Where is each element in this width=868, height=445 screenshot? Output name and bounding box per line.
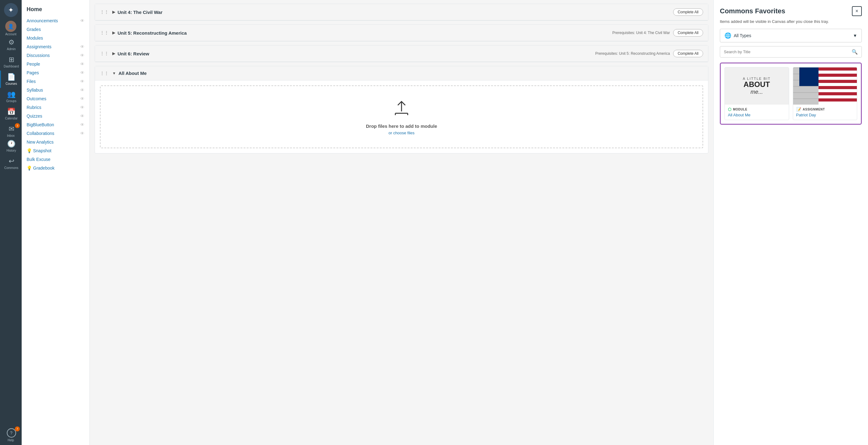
unit5-prereq: Prerequisites: Unit 4: The Civil War <box>613 31 670 35</box>
assignments-eye-icon[interactable]: 👁 <box>80 44 85 49</box>
globe-icon: 🌐 <box>724 32 731 39</box>
sidebar-link-announcements[interactable]: Announcements 👁 <box>22 17 89 25</box>
commons-icon: ↩ <box>9 157 14 165</box>
module-all-about-me-header: ⋮⋮ ▼ All About Me <box>95 66 708 81</box>
sidebar-item-admin[interactable]: ⚙ Admin <box>0 36 22 53</box>
app-logo[interactable]: ✦ <box>4 3 18 17</box>
calendar-label: Calendar <box>5 117 18 120</box>
card-all-about-me-name[interactable]: All About Me <box>728 113 786 117</box>
admin-label: Admin <box>7 47 16 51</box>
unit5-drag-handle[interactable]: ⋮⋮ <box>100 30 108 35</box>
type-selector[interactable]: 🌐 All Types ▼ <box>720 29 862 42</box>
snapshot-bulb-icon: 💡 <box>27 148 32 153</box>
module-unit4-right: Complete All <box>673 8 703 16</box>
sidebar-link-pages[interactable]: Pages 👁 <box>22 68 89 77</box>
panel-subtitle: Items added will be visible in Canvas af… <box>720 19 862 24</box>
sidebar-link-bigbluebutton[interactable]: BigBlueButton 👁 <box>22 120 89 129</box>
card-all-about-me-type-label: MODULE <box>733 108 747 111</box>
unit4-arrow-icon[interactable]: ▶ <box>112 10 115 14</box>
all-about-me-drag-handle[interactable]: ⋮⋮ <box>100 71 108 76</box>
syllabus-label: Syllabus <box>27 88 43 92</box>
sidebar-link-collaborations[interactable]: Collaborations 👁 <box>22 129 89 138</box>
sidebar-link-new-analytics[interactable]: New Analytics <box>22 138 89 146</box>
card-patriot-day[interactable]: 📝 ASSIGNMENT Patriot Day <box>793 67 858 120</box>
card-patriot-day-type-label: ASSIGNMENT <box>803 108 825 111</box>
card-all-about-me[interactable]: A LITTLE BIT ABOUT me... ⬡ MODULE All Ab… <box>724 67 789 120</box>
unit5-arrow-icon[interactable]: ▶ <box>112 31 115 35</box>
rubrics-eye-icon[interactable]: 👁 <box>80 105 85 110</box>
choose-files-link[interactable]: or choose files <box>389 130 414 135</box>
type-selector-left: 🌐 All Types <box>724 32 751 39</box>
announcements-label: Announcements <box>27 18 58 23</box>
nav-help-wrapper[interactable]: ? 7 Help <box>0 426 22 442</box>
outcomes-eye-icon[interactable]: 👁 <box>80 96 85 101</box>
nav-inbox-wrapper[interactable]: ✉ 3 Inbox <box>0 123 22 138</box>
sidebar-item-groups[interactable]: 👥 Groups <box>0 88 22 105</box>
unit6-drag-handle[interactable]: ⋮⋮ <box>100 51 108 56</box>
all-about-me-arrow-icon[interactable]: ▼ <box>112 71 116 76</box>
sidebar-item-calendar[interactable]: 📅 Calendar <box>0 105 22 123</box>
unit6-prereq: Prerequisites: Unit 5: Reconstructing Am… <box>595 51 670 56</box>
history-icon: 🕐 <box>7 140 16 148</box>
cards-grid: A LITTLE BIT ABOUT me... ⬡ MODULE All Ab… <box>720 62 862 125</box>
card-patriot-day-name[interactable]: Patriot Day <box>796 113 854 117</box>
bigbluebutton-eye-icon[interactable]: 👁 <box>80 122 85 127</box>
sidebar-item-dashboard[interactable]: ⊞ Dashboard <box>0 53 22 70</box>
collaborations-eye-icon[interactable]: 👁 <box>80 131 85 136</box>
sidebar-item-commons[interactable]: ↩ Commons <box>0 155 22 172</box>
syllabus-eye-icon[interactable]: 👁 <box>80 88 85 92</box>
module-unit5-right: Prerequisites: Unit 4: The Civil War Com… <box>613 29 703 36</box>
files-eye-icon[interactable]: 👁 <box>80 79 85 84</box>
icon-nav: ✦ 👤 Account ⚙ Admin ⊞ Dashboard 📄 Course… <box>0 0 22 445</box>
module-all-about-me-left: ⋮⋮ ▼ All About Me <box>100 70 147 76</box>
sidebar-item-history[interactable]: 🕐 History <box>0 138 22 155</box>
announcements-eye-icon[interactable]: 👁 <box>80 18 85 23</box>
all-about-me-title: All About Me <box>119 70 147 76</box>
module-type-icon: ⬡ <box>728 107 732 112</box>
sidebar-home[interactable]: Home <box>22 5 89 17</box>
rubrics-label: Rubrics <box>27 105 41 110</box>
courses-label: Courses <box>6 82 17 85</box>
modules-label: Modules <box>27 36 43 40</box>
unit4-drag-handle[interactable]: ⋮⋮ <box>100 9 108 14</box>
sidebar-link-rubrics[interactable]: Rubrics 👁 <box>22 103 89 112</box>
assignments-label: Assignments <box>27 44 51 49</box>
unit5-complete-all-button[interactable]: Complete All <box>673 29 703 36</box>
sidebar-link-modules[interactable]: Modules <box>22 34 89 42</box>
about-me-script-text: me... <box>743 89 771 95</box>
card-all-about-me-footer: ⬡ MODULE All About Me <box>725 105 789 120</box>
module-all-about-me: ⋮⋮ ▼ All About Me Drop files here to add… <box>95 66 708 153</box>
commons-label: Commons <box>4 166 19 170</box>
people-eye-icon[interactable]: 👁 <box>80 62 85 66</box>
sidebar-link-people[interactable]: People 👁 <box>22 60 89 68</box>
sidebar-link-quizzes[interactable]: Quizzes 👁 <box>22 112 89 120</box>
pages-eye-icon[interactable]: 👁 <box>80 70 85 75</box>
sidebar-link-bulk-excuse[interactable]: Bulk Excuse <box>22 155 89 164</box>
module-unit4-header: ⋮⋮ ▶ Unit 4: The Civil War Complete All <box>95 4 708 21</box>
people-label: People <box>27 62 40 66</box>
sidebar-item-courses[interactable]: 📄 Courses <box>0 70 22 88</box>
module-unit6-header: ⋮⋮ ▶ Unit 6: Review Prerequisites: Unit … <box>95 46 708 62</box>
unit5-title: Unit 5: Reconstructing America <box>118 30 187 36</box>
sidebar-link-discussions[interactable]: Discussions 👁 <box>22 51 89 60</box>
unit6-complete-all-button[interactable]: Complete All <box>673 50 703 57</box>
sidebar-link-files[interactable]: Files 👁 <box>22 77 89 86</box>
collaborations-label: Collaborations <box>27 131 55 136</box>
nav-account[interactable]: 👤 Account <box>0 21 22 36</box>
sidebar-link-snapshot[interactable]: 💡 Snapshot <box>22 146 89 155</box>
sidebar-link-gradebook[interactable]: 💡 Gradebook <box>22 164 89 172</box>
bigbluebutton-label: BigBlueButton <box>27 122 54 127</box>
unit4-title: Unit 4: The Civil War <box>118 9 162 15</box>
sidebar-link-assignments[interactable]: Assignments 👁 <box>22 42 89 51</box>
sidebar-link-outcomes[interactable]: Outcomes 👁 <box>22 94 89 103</box>
quizzes-eye-icon[interactable]: 👁 <box>80 114 85 119</box>
sidebar-link-grades[interactable]: Grades <box>22 25 89 34</box>
history-label: History <box>6 149 16 152</box>
unit6-arrow-icon[interactable]: ▶ <box>112 51 115 56</box>
search-input[interactable] <box>724 50 851 54</box>
sidebar-link-syllabus[interactable]: Syllabus 👁 <box>22 86 89 94</box>
drop-zone[interactable]: Drop files here to add to module or choo… <box>100 85 703 148</box>
discussions-eye-icon[interactable]: 👁 <box>80 53 85 58</box>
unit4-complete-all-button[interactable]: Complete All <box>673 8 703 16</box>
close-panel-button[interactable]: × <box>852 6 862 16</box>
